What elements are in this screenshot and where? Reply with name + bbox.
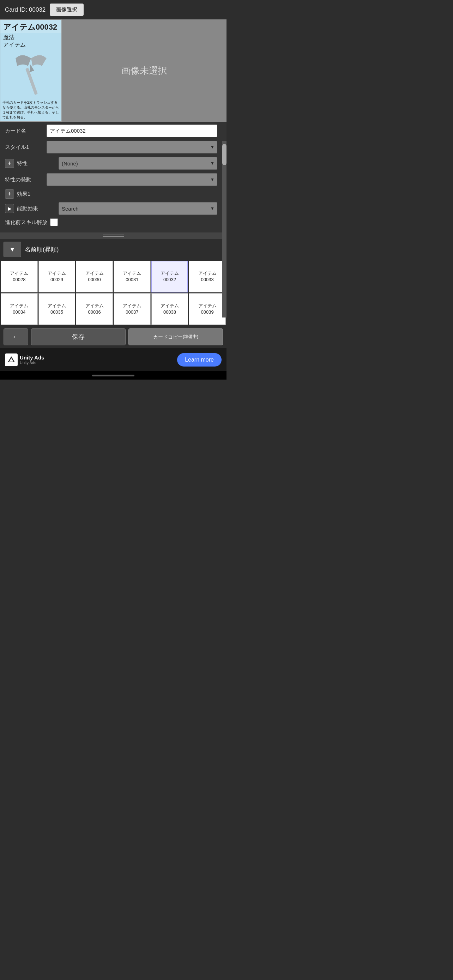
grid-cell-00028[interactable]: アイテム00028 (1, 261, 38, 293)
unity-ads-small: Unity Ads (20, 361, 44, 365)
unity-logo-area: Unity Ads Unity Ads (5, 353, 44, 366)
trait-plus-button[interactable]: + (5, 159, 14, 168)
grid-cell-00038[interactable]: アイテム00038 (151, 293, 188, 325)
divider-lines-icon (103, 235, 124, 237)
scrollbar-thumb (222, 144, 227, 165)
grid-cell-00033[interactable]: アイテム00033 (189, 261, 226, 293)
learn-more-button[interactable]: Learn more (177, 353, 222, 366)
grid-cell-00035[interactable]: アイテム00035 (38, 293, 75, 325)
no-image-text: 画像未選択 (121, 65, 167, 77)
grid-cell-00031[interactable]: アイテム00031 (114, 261, 151, 293)
back-button[interactable]: ← (3, 328, 28, 345)
active-effect-row: ▶ 能動効果 Search ▼ (5, 202, 217, 215)
unity-icon (5, 353, 17, 366)
active-effect-select-wrapper: Search ▼ (59, 202, 217, 215)
card-name-row: カード名 (5, 124, 217, 137)
evolve-skill-row: 進化前スキル解放 (5, 218, 217, 226)
card-type-line1: 魔法 (0, 33, 61, 41)
card-preview-area: アイテム00032 魔法 アイテム 手札のカードを2枚トラッシュするなら使える。… (0, 19, 227, 122)
trait-trigger-row: 特性の発動 ▼ (5, 173, 217, 186)
unity-ads-text: Unity Ads (20, 355, 44, 361)
active-effect-play-button[interactable]: ▶ (5, 204, 14, 213)
style1-label: スタイル1 (5, 144, 44, 151)
card-copy-button[interactable]: カードコピー(準備中) (129, 328, 223, 345)
card-type-line2: アイテム (0, 41, 61, 49)
right-scrollbar[interactable] (222, 141, 227, 318)
bottom-bar: ← 保存 カードコピー(準備中) (0, 326, 227, 348)
card-grid: アイテム00028 アイテム00029 アイテム00030 アイテム00031 … (0, 260, 227, 326)
image-select-button[interactable]: 画像選択 (50, 3, 84, 16)
card-preview-right: 画像未選択 (62, 19, 227, 122)
trait-trigger-select[interactable] (46, 173, 217, 186)
save-button[interactable]: 保存 (31, 328, 126, 345)
active-effect-select[interactable]: Search (59, 202, 217, 215)
card-image-area (0, 49, 61, 99)
grid-cell-00034[interactable]: アイテム00034 (1, 293, 38, 325)
card-title: アイテム00032 (0, 20, 61, 33)
trait-select-wrapper: (None) ▼ (59, 157, 217, 170)
pickaxe-icon (12, 49, 51, 99)
grid-cell-00037[interactable]: アイテム00037 (114, 293, 151, 325)
trait-label: 特性 (17, 160, 56, 167)
sort-dropdown-button[interactable]: ▼ (3, 242, 21, 257)
style1-row: スタイル1 ▼ (5, 141, 217, 153)
top-header: Card ID: 00032 画像選択 (0, 0, 227, 19)
home-bar (0, 371, 227, 380)
grid-cell-00030[interactable]: アイテム00030 (76, 261, 113, 293)
effect1-plus-button[interactable]: + (5, 189, 14, 199)
grid-cell-00032[interactable]: アイテム00032 (151, 261, 188, 293)
style1-select-wrapper: ▼ (46, 141, 217, 153)
home-indicator (92, 375, 134, 376)
sort-bar: ▼ 名前順(昇順) (0, 239, 227, 260)
grid-cell-00029[interactable]: アイテム00029 (38, 261, 75, 293)
form-section: カード名 スタイル1 ▼ + 特性 (None) ▼ 特性の発動 ▼ (0, 122, 227, 232)
effect1-row: + 効果1 (5, 189, 217, 199)
card-description: 手札のカードを2枚トラッシュするなら使える。山札のモンスターから１枚まで選び、手… (0, 99, 61, 121)
active-effect-label: 能動効果 (17, 205, 56, 212)
sort-label: 名前順(昇順) (25, 245, 59, 254)
effect1-label: 効果1 (17, 191, 56, 197)
evolve-skill-label: 進化前スキル解放 (5, 219, 47, 226)
grid-cell-00039[interactable]: アイテム00039 (189, 293, 226, 325)
trait-trigger-select-wrapper: ▼ (46, 173, 217, 186)
card-id-label: Card ID: 00032 (5, 6, 46, 13)
trait-row: + 特性 (None) ▼ (5, 157, 217, 170)
trait-trigger-label: 特性の発動 (5, 177, 44, 183)
ads-banner: Unity Ads Unity Ads Learn more (0, 348, 227, 371)
divider-drag-handle[interactable] (0, 232, 227, 239)
svg-rect-0 (25, 68, 37, 95)
trait-select[interactable]: (None) (59, 157, 217, 170)
unity-ads-label-area: Unity Ads Unity Ads (20, 355, 44, 365)
style1-select[interactable] (46, 141, 217, 153)
card-preview-left: アイテム00032 魔法 アイテム 手札のカードを2枚トラッシュするなら使える。… (0, 19, 62, 122)
grid-cell-00036[interactable]: アイテム00036 (76, 293, 113, 325)
card-name-input[interactable] (46, 124, 217, 137)
card-name-label: カード名 (5, 128, 44, 134)
evolve-skill-checkbox[interactable] (50, 218, 58, 226)
